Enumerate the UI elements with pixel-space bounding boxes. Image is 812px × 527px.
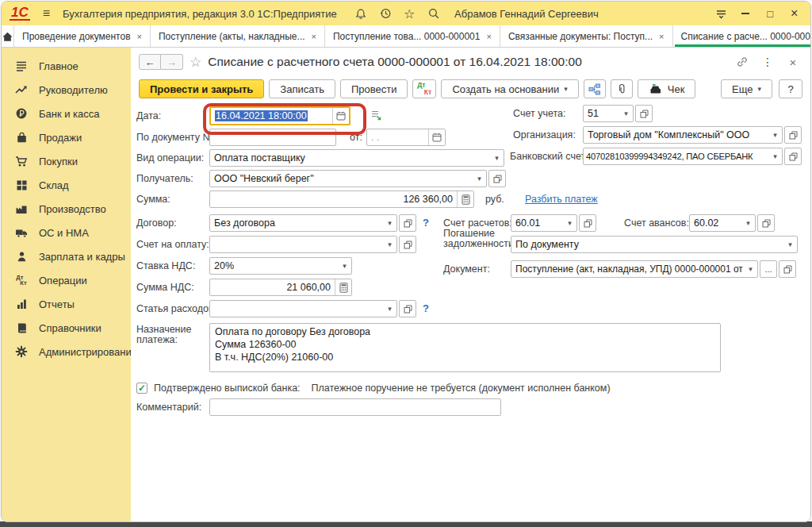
by-document-number-field[interactable] bbox=[209, 129, 336, 146]
post-button[interactable]: Провести bbox=[340, 79, 408, 98]
dropdown-arrow-icon[interactable]: ▾ bbox=[563, 219, 576, 227]
debt-repayment-field[interactable]: По документу ▾ bbox=[511, 236, 798, 253]
contract-help-icon[interactable]: ? bbox=[423, 217, 429, 229]
tab-receipt-document[interactable]: Поступление това... 0000-000001 × bbox=[325, 25, 500, 47]
open-advance-account-button[interactable] bbox=[757, 214, 775, 232]
related-structure-button[interactable] bbox=[584, 79, 606, 98]
post-and-close-button[interactable]: Провести и закрыть bbox=[139, 79, 264, 98]
open-bank-account-button[interactable] bbox=[784, 148, 802, 165]
sidebar-item-bank-cash[interactable]: Банк и касса bbox=[2, 102, 131, 125]
tab-close-icon[interactable]: × bbox=[137, 32, 142, 41]
window-close-button[interactable]: × bbox=[786, 5, 802, 22]
sidebar-item-fixed-assets[interactable]: ОС и НМА bbox=[2, 221, 131, 244]
dropdown-arrow-icon[interactable]: ▾ bbox=[383, 219, 396, 227]
payee-field[interactable]: ООО "Невский берег" ▾ bbox=[209, 170, 487, 187]
calendar-picker-button[interactable] bbox=[332, 108, 349, 124]
dropdown-arrow-icon[interactable]: ▾ bbox=[768, 131, 782, 139]
tab-document-posting[interactable]: Проведение документов × bbox=[14, 25, 151, 47]
operation-kind-field[interactable]: Оплата поставщику ▾ bbox=[209, 149, 504, 167]
open-invoice-button[interactable] bbox=[399, 236, 416, 253]
dropdown-arrow-icon[interactable]: ▾ bbox=[490, 154, 504, 162]
tab-bank-writeoff-active[interactable]: Списание с расче... 0000-000001 × bbox=[673, 25, 812, 47]
open-account-button[interactable] bbox=[635, 105, 653, 122]
calendar-picker-button[interactable] bbox=[428, 129, 445, 145]
tab-related-documents[interactable]: Связанные документы: Поступ... × bbox=[500, 25, 673, 47]
sidebar-item-manager[interactable]: Руководителю bbox=[2, 78, 131, 102]
comment-field[interactable] bbox=[209, 398, 501, 416]
calculator-button[interactable] bbox=[457, 191, 473, 207]
dropdown-arrow-icon[interactable]: ▾ bbox=[473, 175, 486, 183]
expense-item-field[interactable]: ▾ bbox=[209, 300, 397, 317]
bank-account-field[interactable]: 40702810399994349242, ПАО СБЕРБАНК ▾ bbox=[583, 148, 783, 165]
save-button[interactable]: Записать bbox=[269, 79, 335, 98]
dropdown-arrow-icon[interactable]: ▾ bbox=[619, 110, 633, 117]
dropdown-arrow-icon[interactable]: ▾ bbox=[744, 265, 757, 273]
calculator-button[interactable] bbox=[335, 279, 351, 295]
sidebar-item-warehouse[interactable]: Склад bbox=[2, 173, 131, 197]
sidebar-item-purchases[interactable]: Покупки bbox=[2, 149, 131, 173]
dropdown-arrow-icon[interactable]: ▾ bbox=[383, 240, 396, 248]
tab-receipts-list[interactable]: Поступление (акты, накладные... × bbox=[151, 25, 325, 47]
tab-close-icon[interactable]: × bbox=[659, 32, 664, 41]
open-expense-item-button[interactable] bbox=[399, 300, 416, 317]
forward-button[interactable]: → bbox=[161, 54, 183, 70]
account-field[interactable]: 51 ▾ bbox=[583, 105, 634, 122]
split-payment-link[interactable]: Разбить платеж bbox=[525, 194, 598, 205]
tab-close-icon[interactable]: × bbox=[312, 32, 316, 41]
document-close-button[interactable]: × bbox=[783, 53, 802, 71]
main-menu-icon[interactable]: ≡ bbox=[38, 6, 55, 21]
get-link-button[interactable] bbox=[733, 53, 752, 71]
contract-field[interactable]: Без договора ▾ bbox=[209, 214, 397, 232]
tab-close-icon[interactable]: × bbox=[486, 32, 491, 41]
dropdown-arrow-icon[interactable]: ▾ bbox=[338, 262, 351, 270]
invoice-field[interactable]: ▾ bbox=[209, 236, 397, 253]
service-settings-button[interactable] bbox=[714, 5, 730, 22]
more-button[interactable]: Еще ▾ bbox=[721, 79, 772, 98]
vat-rate-field[interactable]: 20% ▾ bbox=[209, 257, 352, 275]
favorite-star-icon[interactable]: ☆ bbox=[190, 54, 201, 71]
check-receipt-button[interactable]: Чек bbox=[638, 79, 696, 98]
show-postings-button[interactable]: Дт Кт bbox=[412, 79, 436, 98]
open-settlement-account-button[interactable] bbox=[579, 214, 596, 232]
sidebar-item-directories[interactable]: Справочники bbox=[2, 316, 131, 340]
favorites-button[interactable]: ☆ bbox=[401, 5, 418, 22]
open-payee-button[interactable] bbox=[488, 170, 506, 187]
base-document-field[interactable]: Поступление (акт, накладная, УПД) 0000-0… bbox=[511, 260, 758, 278]
organization-field[interactable]: Торговый дом "Комплексный" ООО ▾ bbox=[583, 126, 783, 144]
open-base-document-button[interactable] bbox=[779, 260, 796, 278]
date-field[interactable]: 16.04.2021 18:00:00 bbox=[209, 106, 350, 125]
notifications-button[interactable] bbox=[353, 5, 370, 22]
confirmed-checkbox[interactable]: ✓ bbox=[136, 383, 147, 394]
sidebar-item-reports[interactable]: Отчеты bbox=[2, 292, 131, 316]
vat-amount-field[interactable]: 21 060,00 bbox=[209, 279, 352, 296]
back-button[interactable]: ← bbox=[139, 54, 161, 70]
dropdown-arrow-icon[interactable]: ▾ bbox=[383, 305, 396, 313]
help-button[interactable]: ? bbox=[779, 79, 802, 98]
expense-item-help-icon[interactable]: ? bbox=[423, 302, 429, 314]
dropdown-arrow-icon[interactable]: ▾ bbox=[768, 152, 782, 160]
dropdown-arrow-icon[interactable]: ▾ bbox=[741, 219, 755, 227]
advance-account-field[interactable]: 60.02 ▾ bbox=[689, 214, 756, 232]
current-user[interactable]: Абрамов Геннадий Сергеевич bbox=[454, 8, 599, 20]
more-actions-icon[interactable]: ⋮ bbox=[758, 53, 777, 71]
settlement-account-field[interactable]: 60.01 ▾ bbox=[511, 214, 577, 232]
sidebar-item-operations[interactable]: ДтКт Операции bbox=[2, 268, 131, 292]
attachments-button[interactable] bbox=[611, 79, 633, 98]
enter-based-on-icon[interactable] bbox=[370, 110, 382, 121]
history-button[interactable] bbox=[377, 5, 393, 22]
create-based-on-button[interactable]: Создать на основании ▾ bbox=[441, 79, 578, 98]
sidebar-item-sales[interactable]: Продажи bbox=[2, 125, 131, 149]
sidebar-item-production[interactable]: Производство bbox=[2, 197, 131, 221]
sidebar-item-salary-hr[interactable]: Зарплата и кадры bbox=[2, 244, 131, 268]
choose-document-button[interactable]: ... bbox=[760, 260, 777, 278]
minimize-button[interactable] bbox=[737, 5, 754, 22]
by-document-date-field[interactable]: . . bbox=[366, 129, 446, 146]
home-tab-button[interactable] bbox=[2, 25, 14, 47]
sidebar-item-administration[interactable]: Администрирование bbox=[2, 340, 131, 364]
sidebar-item-main[interactable]: Главное bbox=[2, 54, 131, 78]
amount-field[interactable]: 126 360,00 bbox=[209, 190, 474, 208]
payment-purpose-textarea[interactable]: Оплата по договору Без договора Сумма 12… bbox=[209, 323, 721, 372]
maximize-button[interactable]: □ bbox=[762, 5, 779, 22]
dropdown-arrow-icon[interactable]: ▾ bbox=[783, 240, 797, 248]
search-button[interactable] bbox=[425, 5, 442, 22]
